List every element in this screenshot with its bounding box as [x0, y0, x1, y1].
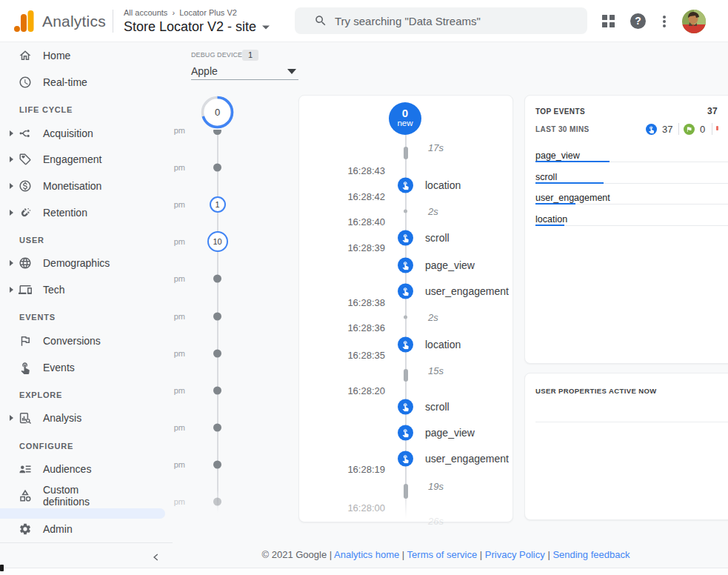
svg-text:0: 0 [215, 107, 220, 118]
